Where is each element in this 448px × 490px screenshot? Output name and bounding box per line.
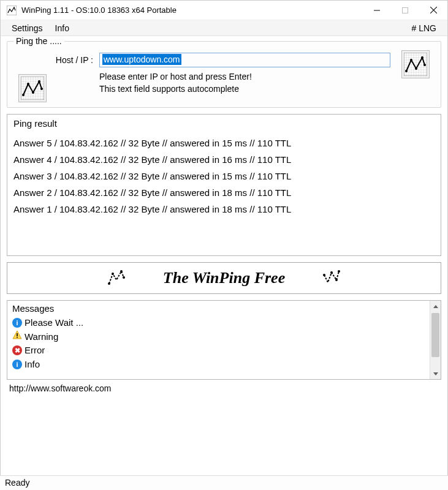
info-icon: i — [12, 360, 22, 369]
banner-text: The WinPing Free — [163, 269, 285, 287]
window-title: WinPing 1.11 - OS:10.0 18363 x64 Portabl… — [21, 6, 363, 15]
menu-settings[interactable]: Settings — [6, 22, 49, 34]
menubar: Settings Info # LNG — [1, 20, 447, 36]
status-bar: Ready — [0, 475, 448, 490]
scroll-thumb[interactable] — [431, 313, 439, 357]
svg-point-24 — [330, 271, 333, 274]
message-line: iInfo — [12, 358, 425, 372]
ping-group: Ping the ..... Host / IP : www.uptodown.… — [7, 41, 441, 108]
ping-group-title: Ping the ..... — [13, 36, 64, 46]
banner-icon-left — [107, 268, 126, 289]
svg-point-18 — [423, 64, 426, 66]
menu-lng[interactable]: # LNG — [406, 22, 442, 34]
footer-url[interactable]: http://www.softwareok.com — [7, 380, 441, 394]
message-text: Info — [25, 358, 40, 372]
svg-point-19 — [108, 282, 110, 285]
result-line: Answer 5 / 104.83.42.162 // 32 Byte // a… — [13, 135, 435, 151]
messages-box: Messages iPlease Wait ...Warning✖ErroriI… — [7, 300, 441, 380]
host-label: Host / IP : — [15, 55, 93, 65]
message-line: iPlease Wait ... — [12, 316, 425, 330]
hint-line-2: This text field supports autocomplete — [99, 83, 252, 96]
svg-point-8 — [27, 83, 29, 85]
svg-point-9 — [32, 91, 34, 94]
svg-rect-27 — [17, 333, 18, 336]
svg-point-11 — [40, 88, 43, 90]
svg-rect-28 — [17, 337, 18, 338]
svg-point-16 — [415, 67, 417, 70]
app-icon — [7, 6, 17, 15]
banner[interactable]: The WinPing Free — [7, 262, 441, 294]
message-text: Please Wait ... — [25, 316, 83, 330]
titlebar: WinPing 1.11 - OS:10.0 18363 x64 Portabl… — [1, 1, 447, 20]
svg-point-26 — [338, 270, 340, 273]
svg-point-17 — [421, 56, 423, 59]
maximize-button[interactable] — [391, 1, 419, 20]
svg-point-25 — [335, 279, 338, 281]
menu-info[interactable]: Info — [49, 22, 75, 34]
result-line: Answer 1 / 104.83.42.162 // 32 Byte // a… — [13, 201, 435, 217]
svg-point-14 — [405, 70, 408, 72]
message-text: Error — [25, 344, 45, 358]
hint-text: Please enter IP or host and press Enter!… — [99, 71, 252, 95]
chart-icon-right-button[interactable] — [401, 50, 430, 78]
scroll-up-icon[interactable] — [430, 301, 441, 312]
banner-icon-right — [322, 268, 341, 289]
close-button[interactable] — [419, 1, 447, 20]
result-line: Answer 2 / 104.83.42.162 // 32 Byte // a… — [13, 184, 435, 201]
host-input[interactable]: www.uptodown.com — [99, 53, 390, 67]
svg-point-23 — [323, 274, 325, 276]
svg-point-22 — [123, 276, 125, 279]
scroll-down-icon[interactable] — [430, 368, 441, 379]
info-icon: i — [12, 318, 22, 328]
message-text: Warning — [25, 330, 58, 344]
host-input-value: www.uptodown.com — [102, 54, 181, 65]
svg-point-10 — [38, 80, 40, 83]
svg-rect-2 — [403, 7, 408, 13]
status-text: Ready — [5, 478, 29, 488]
message-line: ✖Error — [12, 344, 425, 358]
chart-icon-left-button[interactable] — [18, 74, 47, 102]
messages-title: Messages — [12, 303, 425, 314]
ping-results-box: Ping result Answer 5 / 104.83.42.162 // … — [7, 114, 441, 256]
svg-point-20 — [112, 273, 114, 275]
warning-icon — [12, 330, 22, 344]
minimize-button[interactable] — [363, 1, 391, 20]
result-line: Answer 3 / 104.83.42.162 // 32 Byte // a… — [13, 168, 435, 184]
error-icon: ✖ — [12, 345, 22, 355]
svg-point-15 — [410, 59, 412, 61]
svg-point-7 — [22, 94, 25, 96]
messages-scrollbar[interactable] — [430, 301, 441, 379]
message-line: Warning — [12, 330, 425, 344]
result-line: Answer 4 / 104.83.42.162 // 32 Byte // a… — [13, 151, 435, 168]
svg-point-21 — [120, 270, 123, 273]
ping-results-title: Ping result — [13, 118, 435, 129]
hint-line-1: Please enter IP or host and press Enter! — [99, 71, 252, 83]
